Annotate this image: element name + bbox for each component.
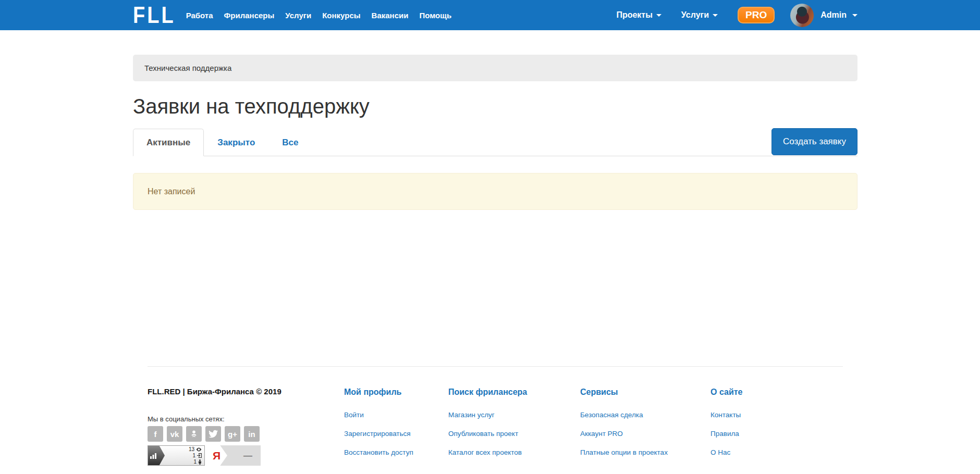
user-menu-dropdown[interactable]: Admin [820,10,858,20]
services-dropdown-label: Услуги [681,10,709,20]
projects-dropdown-label: Проекты [616,10,652,20]
login-icon [197,453,202,458]
services-dropdown[interactable]: Услуги [681,10,718,20]
projects-dropdown[interactable]: Проекты [616,10,661,20]
nav-item-work[interactable]: Работа [186,11,213,20]
bird-icon [209,429,218,439]
google-plus-icon[interactable]: g+ [225,426,240,442]
tab-active-requests[interactable]: Активные [133,129,204,156]
footer-column-search: Поиск фрилансера Магазин услуг Опубликов… [448,387,580,467]
liveinternet-counter[interactable]: 13 1 1 [148,445,205,466]
visit-counters-row: 13 1 1 Я — [148,445,344,466]
main-container: Техническая поддержка Заявки на техподде… [133,55,858,467]
footer: FLL.RED | Биржа-Фриланса © 2019 Мы в соц… [133,387,858,467]
nav-item-contests[interactable]: Конкурсы [322,11,360,20]
footer-brand-block: FLL.RED | Биржа-Фриланса © 2019 Мы в соц… [148,387,344,467]
caret-down-icon [713,14,718,17]
navbar-inner: FLL Работа Фрилансеры Услуги Конкурсы Ва… [133,0,858,30]
nav-item-freelancers[interactable]: Фрилансеры [224,11,275,20]
twitter-icon[interactable] [205,426,221,442]
copyright-text: FLL.RED | Биржа-Фриланса © 2019 [148,387,344,396]
footer-column-about: О сайте Контакты Правила О Нас [710,387,742,467]
footer-link-login[interactable]: Войти [344,410,448,419]
footer-link-projects-catalog[interactable]: Каталог всех проектов [448,448,580,457]
nav-item-vacancies[interactable]: Вакансии [372,11,409,20]
tabs-bar: Активные Закрыто Все Создать заявку [133,129,858,156]
main-menu: Работа Фрилансеры Услуги Конкурсы Ваканс… [186,11,451,20]
tab-closed-requests[interactable]: Закрыто [204,129,268,156]
footer-column-profile: Мой профиль Войти Зарегистрироваться Вос… [344,387,448,467]
pro-badge[interactable]: PRO [738,7,775,23]
footer-column-services: Сервисы Безопасная сделка Аккаунт PRO Пл… [580,387,710,467]
user-avatar[interactable] [790,4,814,27]
footer-column-title: Сервисы [580,387,710,397]
footer-link-contacts[interactable]: Контакты [710,410,742,419]
eye-icon [196,447,202,452]
visitors-count: 1 [193,459,197,465]
page-title: Заявки на техподдержку [133,95,858,118]
empty-records-message: Нет записей [148,187,195,196]
empty-records-alert: Нет записей [133,173,858,210]
yandex-counter-value: — [243,451,252,461]
entries-count-row: 1 [192,453,202,459]
footer-link-publish-project[interactable]: Опубликовать проект [448,429,580,438]
views-count-row: 13 [189,446,202,453]
footer-link-safe-deal[interactable]: Безопасная сделка [580,410,710,419]
footer-column-title: Поиск фрилансера [448,387,580,397]
yandex-logo: Я [209,445,227,466]
navbar-right: Проекты Услуги PRO Admin [616,4,858,27]
social-icons-row: f vk g+ in [148,426,344,442]
breadcrumb-label: Техническая поддержка [144,64,231,72]
odnoklassniki-icon[interactable] [186,426,202,442]
footer-column-title: О сайте [710,387,742,397]
footer-link-restore-access[interactable]: Восстановить доступ [344,448,448,457]
facebook-icon[interactable]: f [148,426,163,442]
footer-link-rules[interactable]: Правила [710,429,742,438]
footer-link-about-us[interactable]: О Нас [710,448,742,457]
person-icon [190,430,198,438]
footer-divider [148,366,843,367]
vk-icon[interactable]: vk [167,426,182,442]
footer-link-paid-options[interactable]: Платные опции в проектах [580,448,710,457]
entries-count: 1 [192,453,195,459]
site-logo[interactable]: FLL [133,4,176,27]
footer-link-services-shop[interactable]: Магазин услуг [448,410,580,419]
caret-down-icon [656,14,662,17]
breadcrumb: Техническая поддержка [133,55,858,81]
linkedin-icon[interactable]: in [244,426,260,442]
yandex-metrika-counter[interactable]: Я — [209,445,261,466]
visitors-count-row: 1 [193,459,202,465]
username-label: Admin [820,10,847,20]
caret-down-icon [852,14,858,17]
nav-item-services[interactable]: Услуги [285,11,311,20]
create-request-button[interactable]: Создать заявку [771,128,858,155]
nav-item-help[interactable]: Помощь [419,11,451,20]
footer-column-title: Мой профиль [344,387,448,397]
top-navbar: FLL Работа Фрилансеры Услуги Конкурсы Ва… [0,0,980,30]
views-count: 13 [189,446,194,453]
footer-link-register[interactable]: Зарегистрироваться [344,429,448,438]
social-networks-label: Мы в социальных сетях: [148,415,344,423]
tab-all-requests[interactable]: Все [268,129,312,156]
counter-stats: 13 1 1 [165,446,204,465]
visitor-icon [198,459,202,465]
footer-link-pro-account[interactable]: Аккаунт PRO [580,429,710,438]
bar-chart-icon [148,446,165,465]
